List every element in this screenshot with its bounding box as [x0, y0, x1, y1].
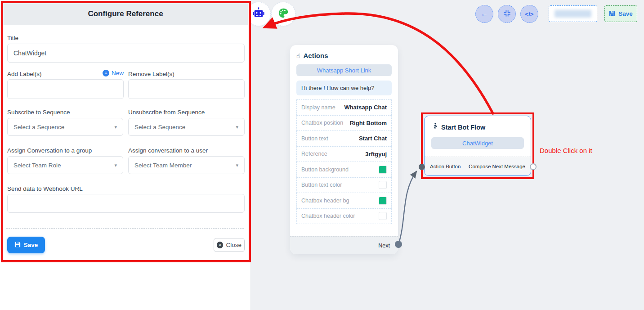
save-icon — [609, 10, 616, 18]
flow-save-label: Save — [618, 10, 633, 17]
unsubscribe-sequence-select[interactable]: Select a Sequence ▾ — [128, 118, 245, 136]
touch-icon: ☝ — [296, 52, 300, 59]
subscribe-sequence-select[interactable]: Select a Sequence ▾ — [7, 118, 123, 136]
config-row-chatbox-header-bg[interactable]: Chatbox header bg — [296, 193, 392, 209]
configure-reference-panel: Configure Reference Title Add Label(s) +… — [0, 0, 251, 310]
embed-code-button[interactable]: </> — [520, 5, 538, 23]
close-icon: ✕ — [217, 242, 223, 248]
subscribe-sequence-label: Subscribe to Sequence — [7, 109, 70, 116]
remove-labels-label: Remove Label(s) — [128, 71, 174, 77]
start-bot-flow-footer: Action Button Compose Next Message — [425, 157, 531, 175]
color-swatch[interactable] — [379, 181, 387, 189]
config-row-display-name[interactable]: Display name Whatsapp Chat — [296, 99, 392, 116]
remove-labels-input[interactable] — [128, 79, 245, 99]
row-label: Button text color — [301, 182, 342, 188]
webhook-url-input[interactable] — [7, 194, 245, 213]
next-to-action-connector — [398, 171, 416, 244]
color-swatch[interactable] — [379, 212, 387, 220]
chatwidget-reference-button[interactable]: ChatWidget — [431, 137, 524, 149]
color-swatch[interactable] — [379, 166, 387, 174]
row-value: Start Chat — [359, 135, 387, 142]
action-button-input-port[interactable] — [419, 164, 425, 170]
row-label: Chatbox header color — [301, 213, 355, 219]
code-icon: </> — [525, 11, 534, 18]
save-icon — [14, 241, 21, 249]
add-labels-input[interactable] — [7, 79, 124, 99]
plus-icon: + — [103, 70, 109, 76]
compose-next-message-output-port[interactable] — [530, 163, 537, 170]
panel-title: Configure Reference — [88, 9, 163, 18]
whatsapp-short-link-label: Whatsapp Short Link — [317, 67, 371, 74]
actions-card: ☝ Actions Whatsapp Short Link Hi there !… — [290, 45, 398, 254]
whatsapp-short-link-button[interactable]: Whatsapp Short Link — [296, 64, 392, 76]
back-arrow-icon: ← — [481, 10, 488, 18]
actions-card-header: ☝ Actions — [290, 45, 398, 63]
chevron-down-icon: ▾ — [236, 124, 238, 130]
config-row-button-text-color[interactable]: Button text color — [296, 177, 392, 193]
chatwidget-reference-label: ChatWidget — [462, 140, 493, 147]
subscribe-sequence-value: Select a Sequence — [13, 124, 64, 130]
title-input[interactable] — [7, 44, 245, 63]
row-label: Chatbox position — [301, 120, 343, 126]
row-label: Chatbox header bg — [301, 198, 349, 204]
next-output-port[interactable] — [395, 241, 402, 248]
assign-group-select[interactable]: Select Team Role ▾ — [7, 156, 123, 174]
actions-card-footer: Next — [290, 236, 398, 254]
action-button-port-label: Action Button — [430, 164, 461, 169]
close-button-label: Close — [226, 242, 242, 248]
assign-user-label: Assign conversation to a user — [128, 147, 208, 154]
assign-user-value: Select Team Member — [134, 162, 192, 169]
close-button[interactable]: ✕ Close — [214, 238, 245, 252]
assign-group-label: Assign Conversation to a group — [7, 147, 92, 154]
actions-config-rows: Display name Whatsapp Chat Chatbox posit… — [296, 99, 392, 224]
double-click-annotation: Double Click on it — [540, 147, 592, 154]
row-label: Reference — [301, 151, 327, 157]
row-value: 3rftgyuj — [365, 151, 387, 157]
save-button[interactable]: Save — [7, 237, 45, 253]
compose-next-message-port-label: Compose Next Message — [469, 164, 525, 169]
flow-builder-canvas: ← </> Save ☝ Actions — [0, 0, 644, 310]
row-value: Right Bottom — [350, 120, 387, 126]
row-label: Button background — [301, 166, 349, 173]
back-button[interactable]: ← — [475, 5, 493, 23]
webhook-url-label: Send data to Webhook URL — [7, 185, 83, 192]
compress-icon — [503, 9, 511, 19]
flow-title-field[interactable] — [549, 5, 597, 22]
palette-icon — [277, 7, 289, 21]
next-label: Next — [378, 243, 390, 249]
row-label: Display name — [301, 104, 335, 111]
panel-divider — [6, 228, 244, 229]
chevron-down-icon: ▾ — [114, 162, 117, 168]
config-row-reference[interactable]: Reference 3rftgyuj — [296, 146, 392, 162]
title-label: Title — [7, 35, 18, 41]
walking-person-icon — [432, 122, 438, 132]
assign-group-value: Select Team Role — [13, 162, 61, 169]
chevron-down-icon: ▾ — [236, 162, 238, 168]
color-swatch[interactable] — [379, 197, 387, 205]
robot-icon — [252, 7, 265, 21]
fit-view-button[interactable] — [498, 5, 516, 23]
new-link-label: New — [112, 70, 124, 76]
assign-user-select[interactable]: Select Team Member ▾ — [128, 156, 245, 174]
redacted-text — [555, 10, 591, 18]
actions-card-title: Actions — [304, 52, 328, 59]
welcome-message-preview: Hi there ! How can we help? — [296, 81, 392, 95]
start-bot-flow-header: Start Bot Flow — [425, 116, 531, 135]
row-value: Whatsapp Chat — [344, 104, 387, 111]
unsubscribe-sequence-value: Select a Sequence — [134, 124, 185, 130]
config-row-button-background[interactable]: Button background — [296, 162, 392, 178]
config-row-chatbox-position[interactable]: Chatbox position Right Bottom — [296, 115, 392, 131]
unsubscribe-sequence-label: Unsubscribe from Sequence — [128, 109, 205, 116]
chevron-down-icon: ▾ — [114, 124, 117, 130]
config-row-button-text[interactable]: Button text Start Chat — [296, 130, 392, 147]
flow-save-button[interactable]: Save — [604, 5, 637, 22]
panel-header: Configure Reference — [3, 3, 248, 25]
new-label-link[interactable]: + New — [7, 70, 124, 76]
theme-menu-button[interactable] — [271, 2, 295, 26]
save-button-label: Save — [24, 242, 38, 248]
start-bot-flow-node[interactable]: Start Bot Flow ChatWidget Action Button … — [424, 116, 531, 176]
row-label: Button text — [301, 135, 328, 142]
start-bot-flow-title: Start Bot Flow — [441, 124, 485, 131]
config-row-chatbox-header-color[interactable]: Chatbox header color — [296, 208, 392, 225]
